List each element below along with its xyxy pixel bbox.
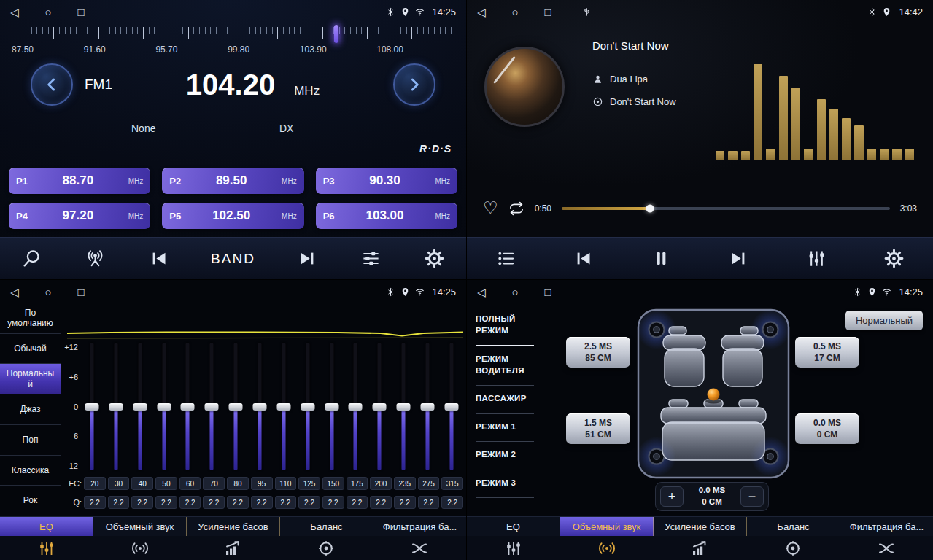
tuning-ruler[interactable] xyxy=(9,27,457,43)
mode-item[interactable]: РЕЖИМ ВОДИТЕЛЯ xyxy=(476,346,534,386)
bass-boost-icon[interactable] xyxy=(654,536,747,560)
sound-preset-button[interactable]: Нормальный xyxy=(845,311,923,330)
home-button[interactable]: ○ xyxy=(45,7,52,18)
preset-button-p5[interactable]: P5102.50MHz xyxy=(162,203,303,229)
tab-surround-sound[interactable]: Объёмный звук xyxy=(560,517,654,536)
slider-handle[interactable] xyxy=(85,403,99,411)
eq-band-slider[interactable] xyxy=(299,343,317,470)
progress-knob[interactable] xyxy=(646,204,654,212)
recents-button[interactable]: □ xyxy=(545,287,551,298)
slider-handle[interactable] xyxy=(253,403,267,411)
eq-sliders-icon[interactable] xyxy=(467,536,560,560)
balance-icon[interactable] xyxy=(279,536,373,560)
tab-balance[interactable]: Баланс xyxy=(280,517,373,536)
tab-filter[interactable]: Фильтрация ба... xyxy=(840,517,933,536)
eq-band-slider[interactable] xyxy=(347,343,364,470)
eq-band-slider[interactable] xyxy=(107,343,125,470)
tab-filter[interactable]: Фильтрация ба... xyxy=(373,517,466,536)
delay-box-rear-left[interactable]: 1.5 MS 51 CM xyxy=(566,413,630,444)
preset-button-p6[interactable]: P6103.00MHz xyxy=(316,203,457,229)
eq-sliders-icon[interactable] xyxy=(359,247,382,271)
slider-handle[interactable] xyxy=(205,403,219,411)
eq-band-slider[interactable] xyxy=(203,343,220,470)
slider-handle[interactable] xyxy=(349,403,363,411)
eq-band-slider[interactable] xyxy=(371,343,388,470)
filter-icon[interactable] xyxy=(840,536,933,560)
recents-button[interactable]: □ xyxy=(78,287,85,298)
delay-box-rear-right[interactable]: 0.0 MS 0 CM xyxy=(795,413,859,444)
back-button[interactable]: ◁ xyxy=(10,287,19,298)
eq-band-slider[interactable] xyxy=(251,343,268,470)
tuning-indicator[interactable] xyxy=(334,25,338,43)
eq-preset-item[interactable]: Джаз xyxy=(0,394,61,425)
eq-band-slider[interactable] xyxy=(275,343,293,470)
delay-box-front-right[interactable]: 0.5 MS 17 CM xyxy=(795,337,859,368)
back-button[interactable]: ◁ xyxy=(477,287,486,298)
slider-handle[interactable] xyxy=(276,403,290,411)
tune-up-button[interactable] xyxy=(393,63,435,106)
previous-station-icon[interactable] xyxy=(147,247,171,271)
tab-eq[interactable]: EQ xyxy=(467,517,560,536)
band-button[interactable]: BAND xyxy=(211,251,255,267)
eq-band-slider[interactable] xyxy=(395,343,412,470)
slider-handle[interactable] xyxy=(325,403,338,411)
mode-item[interactable]: ПАССАЖИР xyxy=(476,386,534,414)
eq-sliders-icon[interactable] xyxy=(805,247,828,271)
eq-band-slider[interactable] xyxy=(323,343,341,470)
eq-band-slider[interactable] xyxy=(443,343,460,470)
next-track-icon[interactable] xyxy=(727,247,751,271)
previous-track-icon[interactable] xyxy=(572,247,595,271)
preset-button-p1[interactable]: P188.70MHz xyxy=(9,168,150,194)
home-button[interactable]: ○ xyxy=(512,287,519,298)
mode-item[interactable]: ПОЛНЫЙ РЕЖИМ xyxy=(476,306,534,346)
preset-button-p4[interactable]: P497.20MHz xyxy=(9,203,150,229)
slider-handle[interactable] xyxy=(109,403,123,411)
surround-icon[interactable] xyxy=(560,536,654,560)
slider-handle[interactable] xyxy=(229,403,243,411)
balance-icon[interactable] xyxy=(746,536,840,560)
slider-handle[interactable] xyxy=(397,403,411,411)
tab-eq[interactable]: EQ xyxy=(0,517,93,536)
progress-bar[interactable] xyxy=(562,207,890,210)
slider-handle[interactable] xyxy=(181,403,195,411)
eq-preset-item[interactable]: Обычай xyxy=(0,334,61,365)
eq-band-slider[interactable] xyxy=(179,343,196,470)
home-button[interactable]: ○ xyxy=(45,287,52,298)
eq-preset-item[interactable]: Нормальный xyxy=(0,364,61,394)
slider-handle[interactable] xyxy=(133,403,147,411)
home-button[interactable]: ○ xyxy=(512,7,519,18)
decrease-delay-button[interactable]: − xyxy=(740,486,764,507)
eq-band-slider[interactable] xyxy=(419,343,436,470)
tab-bass-boost[interactable]: Усиление басов xyxy=(654,517,747,536)
favorite-button[interactable]: ♡ xyxy=(483,200,498,217)
eq-preset-item[interactable]: Классика xyxy=(0,456,61,486)
pause-button[interactable] xyxy=(649,247,673,271)
slider-handle[interactable] xyxy=(421,403,435,411)
slider-handle[interactable] xyxy=(157,403,171,411)
repeat-button[interactable] xyxy=(508,201,524,217)
recents-button[interactable]: □ xyxy=(545,7,551,18)
surround-icon[interactable] xyxy=(93,536,187,560)
preset-button-p3[interactable]: P390.30MHz xyxy=(316,168,457,194)
scan-icon[interactable] xyxy=(20,247,44,271)
tab-surround-sound[interactable]: Объёмный звук xyxy=(93,517,187,536)
bass-boost-icon[interactable] xyxy=(187,536,280,560)
increase-delay-button[interactable]: + xyxy=(660,486,684,507)
eq-band-slider[interactable] xyxy=(155,343,173,470)
delay-box-front-left[interactable]: 2.5 MS 85 CM xyxy=(566,337,630,368)
next-station-icon[interactable] xyxy=(295,247,319,271)
eq-preset-item[interactable]: Рок xyxy=(0,486,61,516)
recents-button[interactable]: □ xyxy=(78,7,85,18)
eq-preset-item[interactable]: Поп xyxy=(0,425,61,456)
eq-band-slider[interactable] xyxy=(83,343,101,470)
eq-preset-item[interactable]: По умолчанию xyxy=(0,303,61,334)
back-button[interactable]: ◁ xyxy=(477,7,486,18)
gear-icon[interactable] xyxy=(422,247,446,271)
mode-item[interactable]: РЕЖИМ 2 xyxy=(476,442,534,470)
tab-bass-boost[interactable]: Усиление басов xyxy=(187,517,280,536)
gear-icon[interactable] xyxy=(883,247,906,271)
slider-handle[interactable] xyxy=(373,403,387,411)
playlist-icon[interactable] xyxy=(494,247,517,271)
eq-band-slider[interactable] xyxy=(131,343,149,470)
eq-band-slider[interactable] xyxy=(227,343,244,470)
